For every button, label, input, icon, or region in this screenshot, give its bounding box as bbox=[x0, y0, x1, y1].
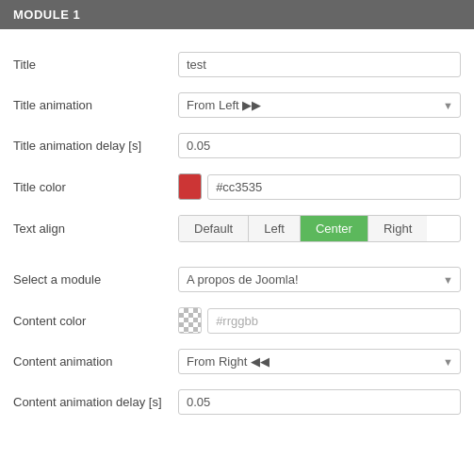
select-module-label: Select a module bbox=[13, 272, 178, 287]
title-color-wrap bbox=[178, 173, 461, 200]
title-color-label: Title color bbox=[13, 180, 178, 194]
content-animation-select[interactable]: From Left ▶▶ From Right ◀◀ From Top From… bbox=[178, 349, 461, 374]
text-align-left-btn[interactable]: Left bbox=[249, 216, 301, 241]
title-label: Title bbox=[13, 57, 178, 72]
select-module-wrap: A propos de Joomla! Module 2 Module 3 ▼ bbox=[178, 267, 461, 292]
content-animation-delay-row: Content animation delay [s] bbox=[13, 382, 461, 422]
text-align-wrap: Default Left Center Right bbox=[178, 215, 461, 242]
content-animation-delay-label: Content animation delay [s] bbox=[13, 395, 178, 409]
content-animation-label: Content animation bbox=[13, 354, 178, 369]
title-animation-delay-row: Title animation delay [s] bbox=[13, 125, 461, 166]
title-animation-select-wrapper: From Left ▶▶ From Right ◀◀ From Top From… bbox=[178, 92, 461, 118]
content-animation-delay-wrap bbox=[178, 389, 461, 415]
title-animation-delay-label: Title animation delay [s] bbox=[13, 139, 178, 153]
content-animation-delay-input[interactable] bbox=[178, 389, 461, 415]
module-header: MODULE 1 bbox=[0, 0, 474, 29]
divider bbox=[13, 250, 461, 259]
content-animation-select-wrapper: From Left ▶▶ From Right ◀◀ From Top From… bbox=[178, 349, 461, 374]
select-module-select[interactable]: A propos de Joomla! Module 2 Module 3 bbox=[178, 267, 461, 292]
content-animation-wrap: From Left ▶▶ From Right ◀◀ From Top From… bbox=[178, 349, 461, 374]
title-row: Title bbox=[13, 44, 461, 85]
content-animation-row: Content animation From Left ▶▶ From Righ… bbox=[13, 341, 461, 382]
text-align-label: Text align bbox=[13, 222, 178, 236]
title-animation-delay-input[interactable] bbox=[178, 133, 461, 158]
title-color-swatch[interactable] bbox=[178, 173, 202, 200]
title-color-input[interactable] bbox=[207, 174, 461, 200]
text-align-btn-group: Default Left Center Right bbox=[178, 215, 461, 242]
title-color-picker-row bbox=[178, 173, 461, 200]
text-align-center-btn[interactable]: Center bbox=[301, 216, 368, 241]
title-animation-row: Title animation From Left ▶▶ From Right … bbox=[13, 85, 461, 125]
content-color-wrap bbox=[178, 307, 461, 334]
form-container: Title Title animation From Left ▶▶ From … bbox=[0, 39, 474, 428]
text-align-right-btn[interactable]: Right bbox=[368, 216, 427, 241]
content-color-input[interactable] bbox=[207, 308, 461, 334]
content-color-row: Content color bbox=[13, 300, 461, 341]
title-animation-wrap: From Left ▶▶ From Right ◀◀ From Top From… bbox=[178, 92, 461, 118]
select-module-select-wrapper: A propos de Joomla! Module 2 Module 3 ▼ bbox=[178, 267, 461, 292]
content-color-swatch[interactable] bbox=[178, 307, 202, 334]
title-input-wrap bbox=[178, 52, 461, 77]
title-animation-select[interactable]: From Left ▶▶ From Right ◀◀ From Top From… bbox=[178, 92, 461, 118]
select-module-row: Select a module A propos de Joomla! Modu… bbox=[13, 259, 461, 300]
text-align-row: Text align Default Left Center Right bbox=[13, 207, 461, 250]
title-color-row: Title color bbox=[13, 166, 461, 207]
content-color-label: Content color bbox=[13, 314, 178, 328]
title-animation-delay-wrap bbox=[178, 133, 461, 158]
content-color-picker-row bbox=[178, 307, 461, 334]
title-animation-label: Title animation bbox=[13, 98, 178, 112]
text-align-default-btn[interactable]: Default bbox=[179, 216, 249, 241]
module-title: MODULE 1 bbox=[13, 8, 80, 22]
title-input[interactable] bbox=[178, 52, 461, 77]
